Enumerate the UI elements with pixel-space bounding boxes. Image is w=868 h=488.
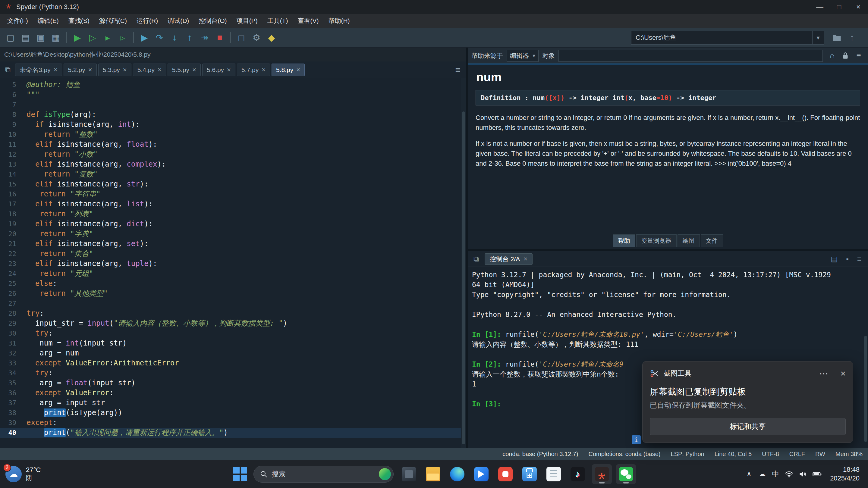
parent-directory-button[interactable]: ↑: [844, 30, 860, 45]
chevron-down-icon[interactable]: ▾: [532, 53, 535, 59]
editor-scrollbar[interactable]: [461, 78, 466, 448]
help-pane-tab[interactable]: 绘图: [678, 234, 700, 247]
editor-line[interactable]: 15 elif isinstance(arg, str):: [0, 179, 466, 189]
menu-item[interactable]: 查找(S): [64, 14, 94, 28]
menu-item[interactable]: 文件(F): [2, 14, 33, 28]
run-selection-icon[interactable]: ▹: [115, 30, 130, 45]
editor-scrollbar-handle[interactable]: [462, 111, 465, 444]
editor-line[interactable]: 19 elif isinstance(arg, dict):: [0, 219, 466, 229]
tab-close-icon[interactable]: ×: [88, 66, 92, 74]
tab-close-icon[interactable]: ×: [54, 66, 58, 74]
menu-item[interactable]: 项目(P): [232, 14, 262, 28]
continue-execution-icon[interactable]: ↠: [197, 30, 212, 45]
run-file-icon[interactable]: ▶: [70, 30, 85, 45]
editor-line[interactable]: 35 arg = float(input_str): [0, 378, 466, 388]
start-button[interactable]: [232, 466, 248, 482]
help-options-menu-icon[interactable]: ≡: [853, 50, 864, 61]
tab-close-icon[interactable]: ×: [158, 66, 161, 74]
tab-close-icon[interactable]: ×: [296, 66, 300, 74]
volume-icon[interactable]: [799, 470, 807, 478]
editor-tab[interactable]: 5.3.py×: [98, 64, 131, 76]
wechat-app-icon[interactable]: [616, 464, 636, 484]
step-into-icon[interactable]: ↓: [167, 30, 182, 45]
editor-tab[interactable]: 5.2.py×: [64, 64, 97, 76]
edge-browser-icon[interactable]: [447, 464, 467, 484]
editor-line[interactable]: 11 elif isinstance(arg, float):: [0, 139, 466, 150]
step-return-icon[interactable]: ↑: [182, 30, 197, 45]
maximize-pane-icon[interactable]: ◻: [234, 30, 249, 45]
menu-item[interactable]: 帮助(H): [323, 14, 354, 28]
working-directory-combo[interactable]: C:\Users\鳕鱼 ▾: [631, 31, 824, 44]
menu-item[interactable]: 编辑(E): [33, 14, 64, 28]
editor-tab[interactable]: 5.7.py×: [237, 64, 270, 76]
menu-item[interactable]: 查看(V): [293, 14, 323, 28]
console-stop-icon[interactable]: ▪: [846, 255, 849, 263]
console-scrollbar[interactable]: [864, 269, 867, 446]
notification-close-icon[interactable]: ×: [840, 368, 846, 379]
document-app-icon[interactable]: [544, 464, 564, 484]
tray-chevron-up-icon[interactable]: ∧: [745, 470, 753, 478]
close-button[interactable]: ×: [849, 0, 868, 14]
editor-line[interactable]: 8def isType(arg):: [0, 110, 466, 120]
preferences-wrench-icon[interactable]: ⚙: [249, 30, 264, 45]
save-all-icon[interactable]: ▦: [48, 30, 63, 45]
editor-line[interactable]: 21 elif isinstance(arg, set):: [0, 239, 466, 249]
editor-line[interactable]: 7: [0, 100, 466, 110]
editor-line[interactable]: 29 input_str = input("请输入内容（整数、小数等），判断其数…: [0, 318, 466, 328]
help-source-combo[interactable]: 编辑器 ▾: [507, 50, 538, 62]
chevron-down-icon[interactable]: ▾: [812, 31, 824, 44]
editor-line[interactable]: 13 elif isinstance(arg, complex):: [0, 159, 466, 169]
microsoft-store-icon[interactable]: [520, 464, 539, 484]
editor-tabs-menu-icon[interactable]: ≡: [455, 65, 464, 75]
red-app-icon[interactable]: [495, 464, 516, 484]
notification-more-icon[interactable]: ⋯: [819, 368, 828, 379]
tab-close-icon[interactable]: ×: [192, 66, 196, 74]
taskbar-clock[interactable]: 18:48 2025/4/20: [830, 465, 860, 483]
editor-line[interactable]: 24 return "元组": [0, 269, 466, 279]
editor-line[interactable]: 14 return "复数": [0, 169, 466, 179]
editor-line[interactable]: 9 if isinstance(arg, int):: [0, 120, 466, 130]
file-explorer-icon[interactable]: [423, 464, 443, 484]
editor-tab[interactable]: 5.5.py×: [167, 64, 201, 76]
step-over-icon[interactable]: ↷: [152, 30, 167, 45]
debug-file-icon[interactable]: ▶: [137, 30, 152, 45]
editor-tab[interactable]: 5.6.py×: [202, 64, 236, 76]
stop-debug-icon[interactable]: ■: [212, 30, 227, 45]
blue-app-icon[interactable]: [471, 464, 491, 484]
taskbar-search[interactable]: 搜索: [253, 466, 394, 483]
spyder-app-icon[interactable]: [592, 464, 612, 484]
split-panes-icon[interactable]: ⧉: [2, 65, 13, 74]
editor-line[interactable]: 10 return "整数": [0, 130, 466, 139]
help-pane-tab[interactable]: 文件: [701, 234, 723, 247]
menu-item[interactable]: 控制台(O): [194, 14, 231, 28]
console-scrollbar-handle[interactable]: [864, 336, 867, 442]
editor-line[interactable]: 20 return "字典": [0, 229, 466, 239]
editor-line[interactable]: 5@author: 鳕鱼: [0, 80, 466, 90]
tab-close-icon[interactable]: ×: [261, 66, 266, 74]
editor-line[interactable]: 18 return "列表": [0, 209, 466, 219]
open-file-icon[interactable]: ▤: [18, 30, 33, 45]
menu-item[interactable]: 调试(D): [163, 14, 194, 28]
tab-close-icon[interactable]: ×: [227, 66, 231, 74]
minimize-button[interactable]: —: [810, 0, 830, 14]
editor-line[interactable]: 25 else:: [0, 279, 466, 289]
editor-line[interactable]: 28try:: [0, 308, 466, 318]
help-pane-tab[interactable]: 帮助: [613, 234, 635, 247]
home-icon[interactable]: ⌂: [827, 50, 838, 61]
editor-line[interactable]: 33 except ValueError:ArithmeticError: [0, 358, 466, 368]
editor-line[interactable]: 38 print(isType(arg)): [0, 408, 466, 418]
menu-item[interactable]: 工具(T): [262, 14, 293, 28]
widgets-weather[interactable]: ☁2 27°C 阴: [5, 466, 41, 482]
menu-item[interactable]: 运行(R): [132, 14, 163, 28]
editor-line[interactable]: 30 try:: [0, 328, 466, 338]
editor-line[interactable]: 22 return "集合": [0, 249, 466, 259]
editor-tab[interactable]: 5.4.py×: [133, 64, 166, 76]
menu-item[interactable]: 源代码(C): [94, 14, 132, 28]
console-tab[interactable]: 控制台 2/A ×: [485, 253, 532, 265]
battery-icon[interactable]: [812, 470, 822, 478]
editor-line[interactable]: 40 print("输入出现问题，请重新运行程序并正确输入。"): [0, 428, 466, 438]
tab-close-icon[interactable]: ×: [524, 255, 527, 263]
help-object-input[interactable]: [558, 50, 823, 62]
ime-language-icon[interactable]: 中: [772, 469, 779, 479]
lock-icon[interactable]: [840, 50, 851, 61]
